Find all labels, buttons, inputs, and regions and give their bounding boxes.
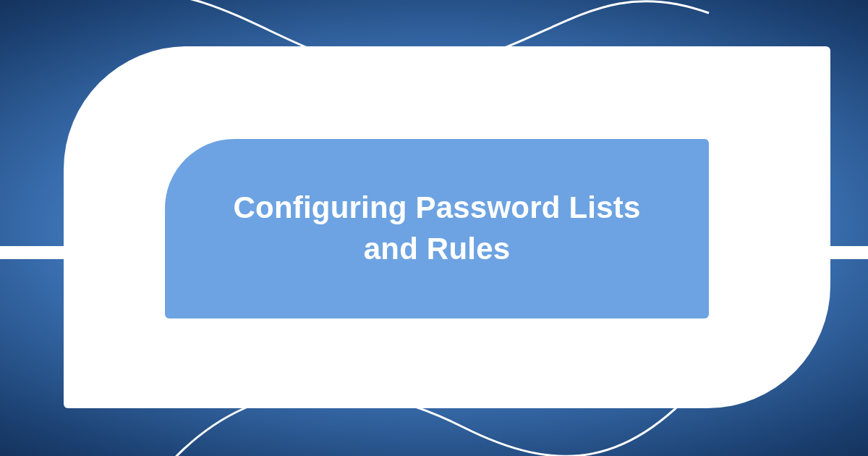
accent-bar-right [827,246,868,259]
hero-banner: Configuring Password Lists and Rules [0,0,868,456]
inner-panel: Configuring Password Lists and Rules [165,139,709,318]
accent-bar-left [0,246,65,259]
banner-title: Configuring Password Lists and Rules [208,187,665,269]
